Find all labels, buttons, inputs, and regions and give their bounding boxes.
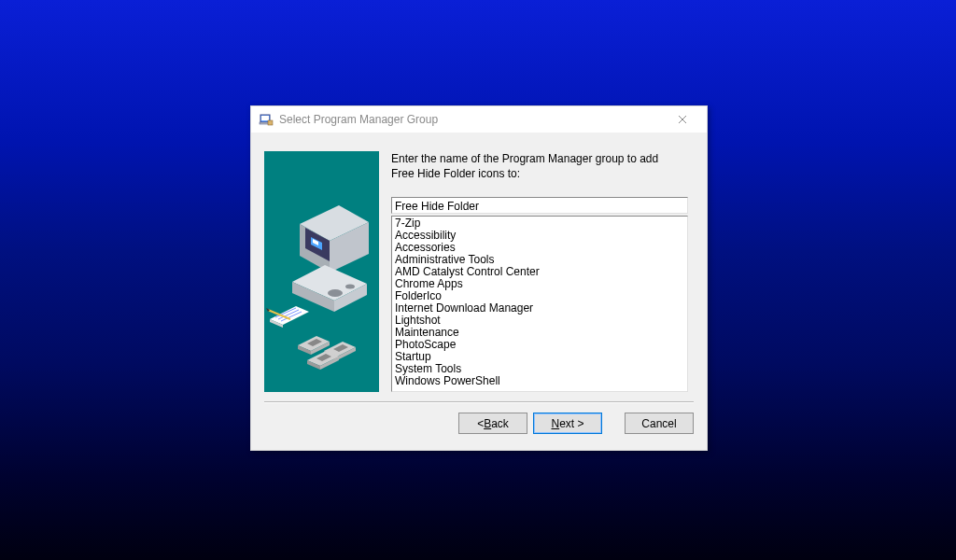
list-item[interactable]: Windows PowerShell (395, 375, 684, 387)
svg-rect-3 (268, 120, 273, 125)
cancel-button[interactable]: Cancel (625, 413, 694, 434)
group-list[interactable]: 7-Zip Accessibility Accessories Administ… (391, 216, 688, 392)
desktop: Select Program Manager Group (0, 0, 956, 560)
svg-point-15 (328, 289, 343, 297)
installer-icon (259, 112, 274, 127)
close-button[interactable] (664, 109, 701, 130)
wizard-side-image (264, 151, 379, 392)
list-item[interactable]: PhotoScape (395, 339, 684, 351)
svg-point-16 (345, 285, 355, 289)
instruction-text: Enter the name of the Program Manager gr… (391, 151, 671, 181)
titlebar[interactable]: Select Program Manager Group (251, 106, 707, 133)
dialog-body: Enter the name of the Program Manager gr… (251, 133, 707, 450)
back-button[interactable]: < Back (458, 413, 527, 434)
window-title: Select Program Manager Group (279, 113, 664, 126)
svg-rect-1 (261, 116, 269, 120)
next-button[interactable]: Next > (533, 413, 602, 434)
separator (264, 401, 694, 403)
button-row: < Back Next > Cancel (458, 413, 694, 434)
group-name-input[interactable]: Free Hide Folder (391, 197, 688, 214)
installer-dialog: Select Program Manager Group (250, 105, 708, 451)
